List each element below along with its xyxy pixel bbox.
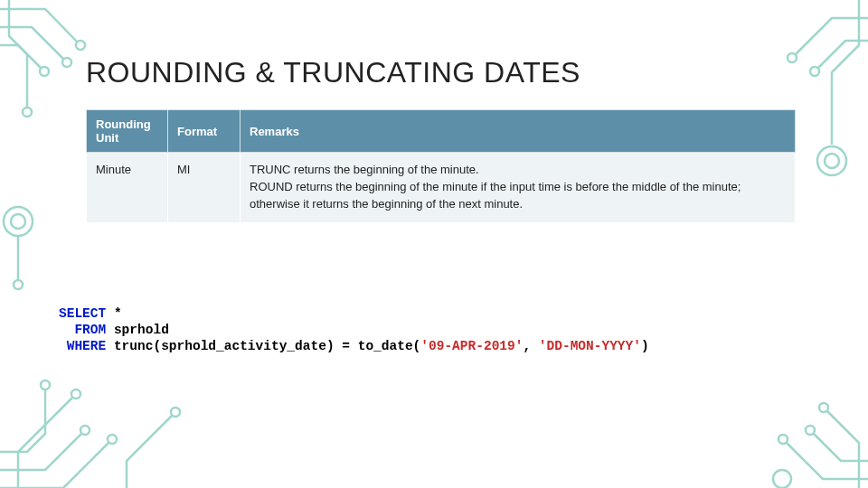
slide-content: ROUNDING & TRUNCATING DATES Rounding Uni… [86,56,796,223]
table-header-row: Rounding Unit Format Remarks [87,110,796,153]
cell-format: MI [168,153,241,223]
circuit-decor-bottom-right [741,343,868,488]
cell-rounding-unit: Minute [87,153,168,223]
circuit-decor-bottom-left [0,352,199,488]
paren: ( [413,339,421,353]
remarks-line-2: ROUND returns the beginning of the minut… [250,179,786,213]
header-format: Format [168,110,241,153]
paren: ) [641,339,649,353]
kw-where: WHERE [59,339,106,353]
sql-star: * [106,306,121,321]
svg-point-2 [23,108,32,117]
paren: ) [326,339,335,353]
kw-select: SELECT [59,306,106,321]
paren: ( [153,339,161,353]
fn-todate: to_date [358,339,413,353]
svg-point-5 [11,214,25,229]
svg-point-14 [817,146,846,175]
sql-column: sprhold_activity_date [161,339,326,353]
remarks-line-1: TRUNC returns the beginning of the minut… [250,162,786,179]
circuit-decor-left [0,199,41,307]
sql-string-format: 'DD-MON-YYYY' [539,339,641,353]
slide-title: ROUNDING & TRUNCATING DATES [86,56,796,89]
svg-point-17 [806,426,815,435]
svg-point-4 [4,207,33,236]
table-row: Minute MI TRUNC returns the beginning of… [87,153,796,223]
svg-point-19 [773,470,791,488]
svg-point-7 [108,435,117,444]
svg-point-16 [778,435,788,444]
svg-point-1 [62,58,71,67]
svg-point-13 [810,67,819,76]
fn-trunc: trunc [106,339,153,353]
svg-point-8 [80,426,90,435]
svg-point-15 [825,154,839,168]
svg-point-6 [14,280,23,289]
header-rounding-unit: Rounding Unit [87,110,168,153]
sql-string-date: '09-APR-2019' [420,339,523,353]
header-remarks: Remarks [241,110,796,153]
svg-point-9 [41,380,50,389]
cell-remarks: TRUNC returns the beginning of the minut… [241,153,796,223]
svg-point-3 [40,67,49,76]
svg-point-10 [71,389,80,399]
kw-from: FROM [59,323,106,337]
svg-point-18 [819,403,828,412]
sql-code-block: SELECT * FROM sprhold WHERE trunc(sprhol… [59,305,649,354]
rounding-table: Rounding Unit Format Remarks Minute MI T… [86,109,796,223]
sql-table: sprhold [106,323,169,337]
sql-eq: = [335,339,358,353]
svg-point-0 [76,41,85,50]
svg-point-11 [171,408,180,417]
sql-comma: , [523,339,538,353]
